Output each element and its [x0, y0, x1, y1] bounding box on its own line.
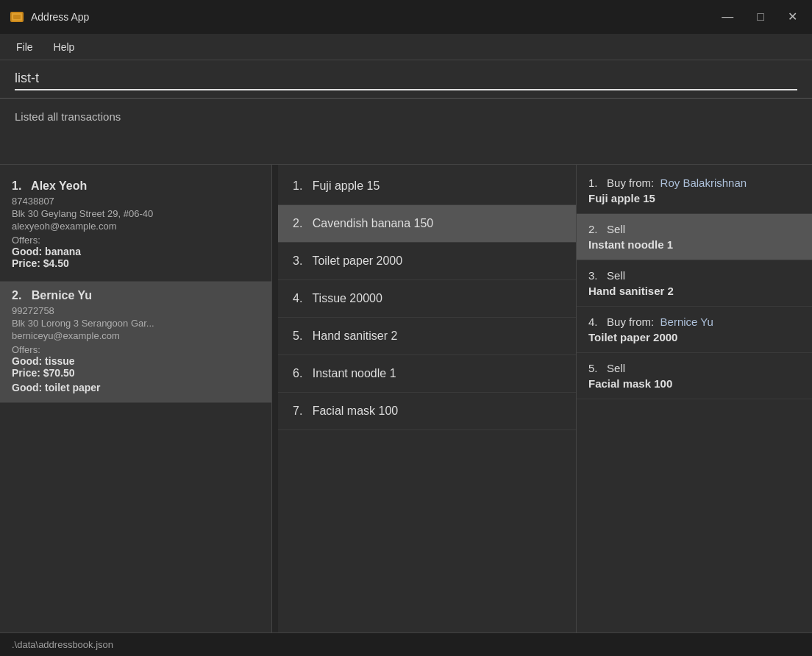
panel-transactions: 1. Buy from: Roy Balakrishnan Fuji apple… — [577, 165, 812, 632]
contact-good: Good: tissue — [12, 355, 260, 367]
transaction-header: 1. Buy from: Roy Balakrishnan — [588, 177, 800, 189]
contact-price: Price: $70.50 — [12, 367, 260, 379]
main-content: 1. Alex Yeoh 87438807 Blk 30 Geylang Str… — [0, 165, 812, 632]
transaction-item[interactable]: 3. Sell Hand sanitiser 2 — [577, 260, 812, 307]
transaction-detail: Facial mask 100 — [588, 377, 800, 390]
panel-divider — [272, 165, 278, 632]
contact-good: Good: banana — [12, 246, 260, 257]
minimize-button[interactable]: — — [716, 10, 739, 24]
goods-item[interactable]: 1. Fuji apple 15 — [278, 168, 576, 205]
transaction-header: 3. Sell — [588, 269, 800, 282]
contact-name: 1. Alex Yeoh — [12, 179, 260, 193]
transaction-item[interactable]: 2. Sell Instant noodle 1 — [577, 214, 812, 260]
menu-help[interactable]: Help — [43, 38, 85, 56]
transaction-type: Sell — [607, 223, 625, 235]
goods-item[interactable]: 5. Hand sanitiser 2 — [278, 318, 576, 355]
contact-email: alexyeoh@example.com — [12, 221, 260, 232]
output-area: Listed all transactions — [0, 99, 812, 165]
goods-item[interactable]: 4. Tissue 20000 — [278, 280, 576, 318]
transaction-type: Sell — [607, 362, 625, 374]
titlebar: Address App — □ ✕ — [0, 0, 812, 34]
titlebar-left: Address App — [9, 9, 89, 25]
statusbar: .\data\addressbook.json — [0, 632, 812, 656]
close-button[interactable]: ✕ — [782, 10, 803, 24]
panel-contacts: 1. Alex Yeoh 87438807 Blk 30 Geylang Str… — [0, 165, 272, 632]
titlebar-controls: — □ ✕ — [716, 10, 803, 24]
menu-file[interactable]: File — [6, 38, 43, 56]
contact-address: Blk 30 Lorong 3 Serangoon Gar... — [12, 318, 260, 329]
transaction-type: Sell — [607, 269, 625, 282]
app-icon — [9, 9, 25, 25]
transaction-item[interactable]: 1. Buy from: Roy Balakrishnan Fuji apple… — [577, 168, 812, 214]
transaction-type: Buy from: — [607, 315, 654, 328]
output-text: Listed all transactions — [15, 110, 121, 123]
maximize-button[interactable]: □ — [751, 10, 770, 24]
transaction-header: 5. Sell — [588, 362, 800, 374]
contact-item[interactable]: 2. Bernice Yu 99272758 Blk 30 Lorong 3 S… — [0, 282, 271, 403]
goods-item[interactable]: 7. Facial mask 100 — [278, 393, 576, 430]
transaction-detail: Instant noodle 1 — [588, 238, 800, 251]
goods-item[interactable]: 2. Cavendish banana 150 — [278, 205, 576, 243]
contact-good2: Good: toilet paper — [12, 382, 260, 393]
transaction-party: Roy Balakrishnan — [660, 177, 747, 189]
goods-item[interactable]: 3. Toilet paper 2000 — [278, 243, 576, 280]
contact-offers-label: Offers: — [12, 235, 260, 246]
goods-item[interactable]: 6. Instant noodle 1 — [278, 355, 576, 393]
command-input[interactable] — [15, 71, 797, 90]
panel-goods: 1. Fuji apple 15 2. Cavendish banana 150… — [278, 165, 577, 632]
transaction-detail: Fuji apple 15 — [588, 192, 800, 204]
transaction-header: 4. Buy from: Bernice Yu — [588, 315, 800, 328]
command-area — [0, 60, 812, 99]
contact-phone: 87438807 — [12, 196, 260, 207]
transaction-header: 2. Sell — [588, 223, 800, 235]
contact-address: Blk 30 Geylang Street 29, #06-40 — [12, 208, 260, 219]
transaction-detail: Hand sanitiser 2 — [588, 285, 800, 297]
transaction-item[interactable]: 4. Buy from: Bernice Yu Toilet paper 200… — [577, 307, 812, 353]
transaction-item[interactable]: 5. Sell Facial mask 100 — [577, 353, 812, 399]
transaction-detail: Toilet paper 2000 — [588, 331, 800, 343]
transaction-type: Buy from: — [607, 177, 654, 189]
contact-price: Price: $4.50 — [12, 257, 260, 269]
contact-offers-label: Offers: — [12, 344, 260, 355]
contact-item[interactable]: 1. Alex Yeoh 87438807 Blk 30 Geylang Str… — [0, 172, 271, 282]
svg-rect-2 — [13, 15, 21, 19]
menubar: File Help — [0, 34, 812, 60]
contact-name: 2. Bernice Yu — [12, 289, 260, 302]
contact-phone: 99272758 — [12, 305, 260, 316]
statusbar-path: .\data\addressbook.json — [12, 639, 113, 650]
contact-email: berniceyu@example.com — [12, 330, 260, 341]
transaction-party: Bernice Yu — [660, 315, 713, 328]
titlebar-title: Address App — [31, 11, 89, 23]
